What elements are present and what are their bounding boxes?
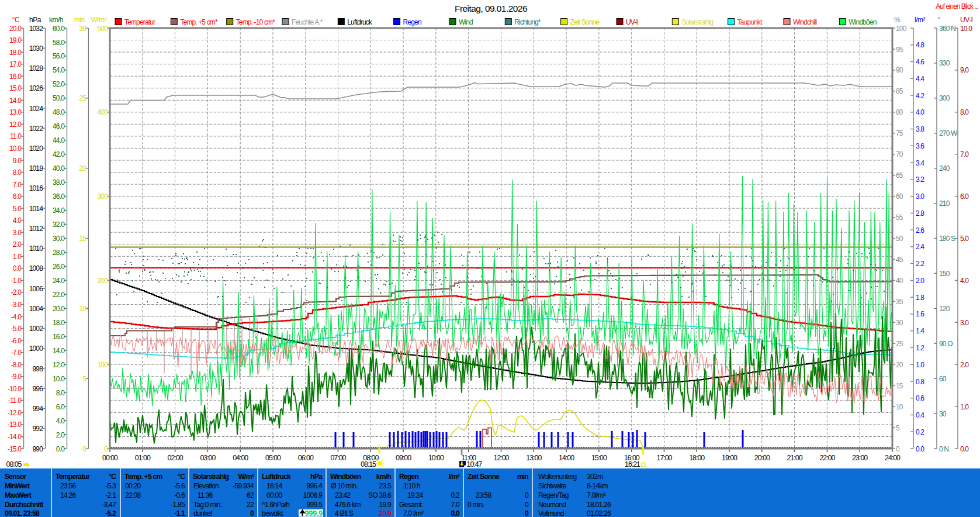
svg-text:-3.0: -3.0 [11, 301, 22, 309]
svg-text:Durchschnitt: Durchschnitt [5, 501, 43, 509]
svg-text:12:00: 12:00 [493, 454, 509, 462]
svg-text:7.0: 7.0 [960, 150, 969, 158]
svg-text:04:00: 04:00 [233, 454, 248, 462]
svg-text:60: 60 [939, 375, 947, 383]
svg-text:Windböen: Windböen [849, 18, 876, 26]
svg-text:180 S: 180 S [939, 235, 955, 243]
svg-text:-1.1: -1.1 [174, 509, 185, 517]
svg-text:24.0: 24.0 [53, 277, 65, 285]
svg-text:270 W: 270 W [939, 129, 958, 137]
svg-text:302m: 302m [587, 473, 603, 481]
svg-text:19:00: 19:00 [722, 454, 737, 462]
svg-text:7.0: 7.0 [451, 501, 460, 509]
svg-text:14.0: 14.0 [9, 96, 22, 105]
svg-text:52.0: 52.0 [53, 80, 65, 88]
svg-text:28.0: 28.0 [53, 249, 65, 257]
svg-text:08:15: 08:15 [361, 460, 376, 468]
svg-text:-1.0: -1.0 [11, 277, 22, 285]
svg-text:10:47: 10:47 [467, 460, 483, 468]
svg-text:1014: 1014 [29, 205, 43, 213]
svg-text:7.0: 7.0 [13, 181, 22, 189]
svg-text:SO 38.6: SO 38.6 [368, 491, 392, 499]
svg-text:23.5: 23.5 [379, 482, 392, 490]
svg-text:5.0: 5.0 [960, 235, 969, 243]
svg-text:Temp. +5 cm: Temp. +5 cm [124, 473, 162, 481]
svg-text:1026: 1026 [29, 84, 43, 92]
svg-text:23:00: 23:00 [852, 454, 868, 462]
svg-text:4.0: 4.0 [56, 417, 65, 425]
svg-text:07:00: 07:00 [330, 454, 346, 462]
svg-text:-5.3: -5.3 [105, 482, 116, 490]
svg-text:22.0: 22.0 [53, 291, 65, 299]
svg-text:992: 992 [33, 425, 44, 433]
svg-text:500: 500 [98, 25, 109, 33]
svg-text:^1.6hPa/h: ^1.6hPa/h [262, 501, 289, 509]
svg-text:-11.0: -11.0 [8, 397, 22, 405]
svg-text:16:14: 16:14 [266, 482, 283, 490]
svg-text:22:08: 22:08 [125, 491, 141, 499]
svg-text:Feuchte A.*: Feuchte A.* [292, 18, 323, 26]
svg-text:-0.6: -0.6 [174, 491, 185, 499]
svg-text:60.0: 60.0 [53, 25, 65, 33]
svg-text:210: 210 [939, 199, 950, 208]
svg-text:40: 40 [896, 277, 903, 285]
svg-text:0.0: 0.0 [451, 509, 460, 517]
svg-text:2.0: 2.0 [56, 431, 65, 439]
svg-text:55: 55 [896, 213, 903, 222]
svg-text:2.2: 2.2 [916, 260, 924, 268]
svg-text:16:21: 16:21 [625, 460, 640, 468]
svg-text:14:00: 14:00 [559, 454, 574, 462]
svg-text:10:00: 10:00 [428, 454, 444, 462]
svg-text:l/m²: l/m² [449, 473, 460, 481]
svg-text:10.0: 10.0 [960, 25, 972, 33]
svg-text:3.0: 3.0 [13, 229, 22, 237]
svg-text:45: 45 [896, 256, 903, 264]
svg-text:Solarstrahlg: Solarstrahlg [193, 473, 229, 481]
svg-text:6.0: 6.0 [13, 192, 22, 201]
svg-text:Elevation: Elevation [193, 482, 219, 490]
svg-text:-4.0: -4.0 [11, 313, 22, 321]
svg-text:Richtung*: Richtung* [514, 18, 541, 26]
svg-text:Temperatur: Temperatur [56, 473, 90, 481]
svg-text:-8.0: -8.0 [11, 361, 22, 369]
svg-text:Wolkenunterg: Wolkenunterg [538, 473, 576, 481]
svg-text:994: 994 [33, 405, 44, 413]
svg-text:-7.0: -7.0 [11, 349, 22, 357]
svg-text:32.0: 32.0 [53, 220, 65, 229]
svg-text:18.01.26: 18.01.26 [587, 501, 611, 509]
svg-text:1.0: 1.0 [916, 361, 924, 369]
svg-text:1.4: 1.4 [916, 327, 924, 335]
svg-text:W/m²: W/m² [91, 16, 107, 24]
svg-text:Solarstrahlg: Solarstrahlg [681, 18, 713, 26]
svg-text:Wind: Wind [459, 18, 473, 26]
svg-text:19:24: 19:24 [407, 491, 424, 499]
svg-text:4.0: 4.0 [960, 277, 969, 285]
svg-text:50.0: 50.0 [53, 94, 65, 102]
svg-text:1016: 1016 [29, 184, 43, 192]
svg-text:7.0 l/m²: 7.0 l/m² [403, 509, 424, 517]
svg-text:Zeit Sonne: Zeit Sonne [570, 18, 600, 26]
svg-text:8.0: 8.0 [13, 168, 22, 177]
svg-text:0.2: 0.2 [451, 491, 460, 499]
svg-text:-1.85: -1.85 [171, 501, 185, 509]
svg-text:8.0: 8.0 [56, 389, 65, 397]
svg-text:42.0: 42.0 [53, 150, 65, 158]
svg-text:°C: °C [12, 16, 20, 24]
svg-text:-59.934: -59.934 [233, 482, 254, 490]
svg-text:8.0: 8.0 [960, 108, 969, 116]
svg-text:0: 0 [525, 509, 529, 517]
svg-text:Regen: Regen [403, 18, 421, 26]
svg-text:1012: 1012 [29, 225, 43, 233]
svg-text:00:00: 00:00 [266, 491, 283, 499]
svg-text:20: 20 [79, 164, 86, 173]
svg-text:17:00: 17:00 [656, 454, 672, 462]
svg-text:10: 10 [79, 305, 86, 313]
svg-text:Regen/Tag: Regen/Tag [538, 491, 569, 499]
svg-text:06:00: 06:00 [298, 454, 314, 462]
svg-text:300: 300 [98, 192, 109, 201]
svg-text:75: 75 [896, 129, 903, 137]
svg-text:Neumond: Neumond [538, 501, 566, 509]
svg-text:1030: 1030 [29, 44, 43, 53]
svg-text:40.0: 40.0 [53, 164, 65, 173]
svg-text:6.0: 6.0 [56, 403, 65, 411]
